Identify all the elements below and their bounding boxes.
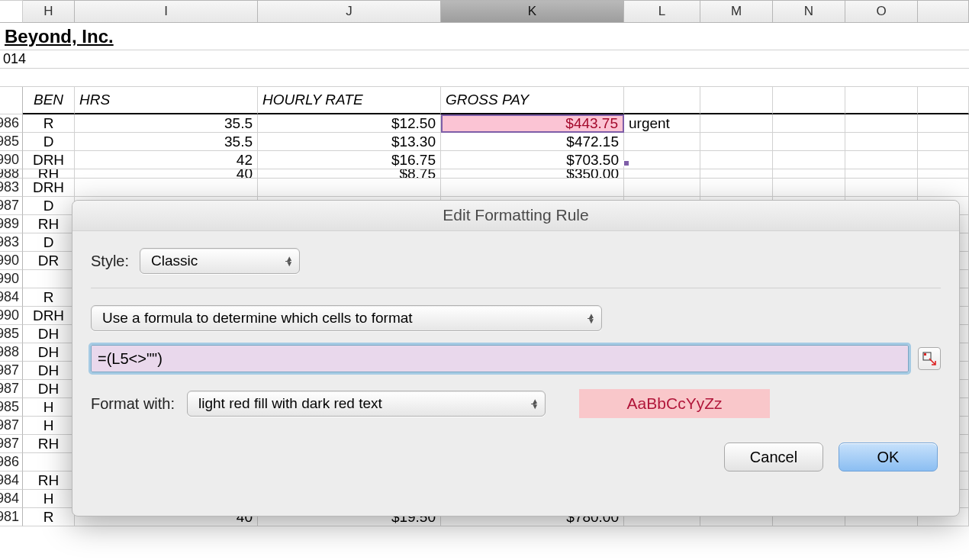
row-header[interactable]: 984 (0, 490, 23, 508)
column-header-O[interactable]: O (845, 0, 918, 23)
cell-ben[interactable]: R (23, 114, 75, 133)
cell-ben[interactable]: DRH (23, 179, 75, 197)
cell[interactable] (845, 133, 918, 151)
cell-rate[interactable]: $13.30 (258, 133, 441, 151)
cell-hrs[interactable]: 35.5 (75, 114, 258, 133)
cell-note[interactable] (624, 179, 700, 197)
row-header[interactable]: 987 (0, 417, 23, 435)
row-header[interactable]: 986 (0, 114, 23, 133)
cell[interactable] (845, 179, 918, 197)
cell-pay[interactable]: $703.50 (441, 151, 624, 169)
cell-note[interactable]: urgent (624, 114, 700, 133)
column-header-K[interactable]: K (441, 0, 624, 23)
cell-note[interactable] (624, 169, 700, 179)
row-header[interactable]: 987 (0, 197, 23, 215)
row-header[interactable]: 990 (0, 252, 23, 270)
cell-ben[interactable]: DRH (23, 151, 75, 169)
ok-button[interactable]: OK (839, 443, 938, 471)
cell[interactable] (700, 169, 773, 179)
cell-ben[interactable]: DR (23, 252, 75, 270)
cell-ben[interactable]: DH (23, 343, 75, 362)
cell-ben[interactable]: RH (23, 435, 75, 453)
cell[interactable] (845, 114, 918, 133)
cell[interactable] (773, 114, 845, 133)
cell[interactable] (918, 179, 969, 197)
cell-pay[interactable]: $472.15 (441, 133, 624, 151)
cell[interactable] (845, 169, 918, 179)
cell-hrs[interactable]: 40 (75, 169, 258, 179)
cell-rate[interactable]: $12.50 (258, 114, 441, 133)
row-header[interactable]: 984 (0, 288, 23, 307)
row-header[interactable]: 990 (0, 307, 23, 325)
cell[interactable] (700, 151, 773, 169)
row-header[interactable]: 988 (0, 343, 23, 362)
cell-ben[interactable]: RH (23, 471, 75, 490)
cell-hrs[interactable] (75, 179, 258, 197)
style-select[interactable]: Classic ▲▼ (140, 248, 300, 274)
cell[interactable] (700, 114, 773, 133)
cell-pay[interactable]: $350.00 (441, 169, 624, 179)
column-header-H[interactable]: H (23, 0, 75, 23)
cell-ben[interactable]: D (23, 197, 75, 215)
formula-input[interactable] (91, 345, 909, 372)
cell-hrs[interactable]: 42 (75, 151, 258, 169)
cell-ben[interactable]: R (23, 288, 75, 307)
row-header[interactable]: 987 (0, 435, 23, 453)
cell-ben[interactable] (23, 270, 75, 288)
row-header[interactable]: 989 (0, 215, 23, 233)
row-header[interactable]: 990 (0, 151, 23, 169)
cell[interactable] (773, 179, 845, 197)
cell-rate[interactable] (258, 179, 441, 197)
format-with-select[interactable]: light red fill with dark red text ▲▼ (187, 391, 546, 417)
cell-hrs[interactable]: 35.5 (75, 133, 258, 151)
selection-handle[interactable] (623, 160, 629, 166)
cell-ben[interactable]: RH (23, 169, 75, 179)
cell-ben[interactable]: DH (23, 380, 75, 398)
column-header-L[interactable]: L (624, 0, 700, 23)
row-header[interactable]: 985 (0, 133, 23, 151)
cell-ben[interactable]: H (23, 490, 75, 508)
row-header[interactable]: 985 (0, 325, 23, 343)
row-header[interactable]: 990 (0, 270, 23, 288)
cell[interactable] (700, 179, 773, 197)
cell[interactable] (845, 151, 918, 169)
cell-note[interactable] (624, 151, 700, 169)
cell-ben[interactable]: DRH (23, 307, 75, 325)
cell[interactable] (918, 114, 969, 133)
row-header[interactable]: 983 (0, 179, 23, 197)
cell[interactable] (773, 169, 845, 179)
column-header-M[interactable]: M (700, 0, 773, 23)
row-header[interactable]: 987 (0, 362, 23, 380)
cell-rate[interactable]: $8.75 (258, 169, 441, 179)
column-header-N[interactable]: N (773, 0, 845, 23)
cell-ben[interactable] (23, 453, 75, 471)
cancel-button[interactable]: Cancel (724, 443, 823, 471)
cell-ben[interactable]: H (23, 417, 75, 435)
row-header[interactable]: 981 (0, 508, 23, 526)
cell[interactable] (773, 151, 845, 169)
cell[interactable] (918, 133, 969, 151)
cell-pay[interactable] (441, 179, 624, 197)
cell-ben[interactable]: R (23, 508, 75, 526)
cell-ben[interactable]: H (23, 398, 75, 417)
row-header[interactable]: 988 (0, 169, 23, 179)
row-header[interactable]: 987 (0, 380, 23, 398)
cell[interactable] (918, 151, 969, 169)
cell-ben[interactable]: D (23, 233, 75, 252)
column-header-I[interactable]: I (75, 0, 258, 23)
cell-pay[interactable]: $443.75 (441, 114, 624, 133)
cell-ben[interactable]: DH (23, 362, 75, 380)
row-header[interactable]: 983 (0, 233, 23, 252)
cell[interactable] (918, 169, 969, 179)
row-header[interactable]: 985 (0, 398, 23, 417)
cell[interactable] (700, 133, 773, 151)
column-header-J[interactable]: J (258, 0, 441, 23)
cell[interactable] (773, 133, 845, 151)
range-selector-button[interactable] (918, 347, 941, 370)
cell-ben[interactable]: DH (23, 325, 75, 343)
cell-ben[interactable]: D (23, 133, 75, 151)
rule-type-select[interactable]: Use a formula to determine which cells t… (91, 305, 602, 331)
row-header[interactable]: 984 (0, 471, 23, 490)
cell-ben[interactable]: RH (23, 215, 75, 233)
row-header[interactable]: 986 (0, 453, 23, 471)
